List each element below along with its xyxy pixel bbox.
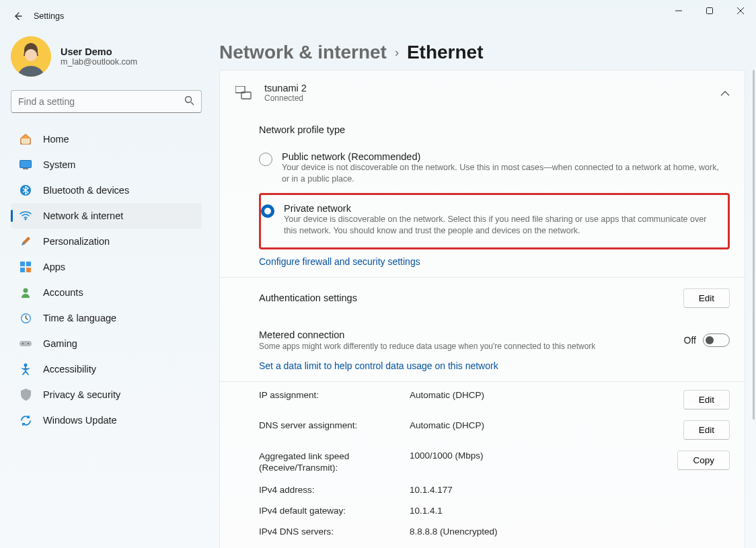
metered-toggle[interactable]: Off <box>684 334 730 347</box>
nav-accounts[interactable]: Accounts <box>11 280 202 305</box>
svg-point-18 <box>28 343 29 344</box>
search-field[interactable] <box>11 90 202 113</box>
minimize-button[interactable] <box>663 0 694 22</box>
data-limit-link[interactable]: Set a data limit to help control data us… <box>259 360 498 371</box>
svg-rect-11 <box>20 268 25 272</box>
nav-system[interactable]: System <box>11 152 202 178</box>
shield-icon <box>19 388 32 401</box>
copy-button[interactable]: Copy <box>677 451 730 470</box>
maximize-button[interactable] <box>694 0 725 22</box>
nav-accessibility[interactable]: Accessibility <box>11 356 202 382</box>
sidebar: User Demo m_lab@outlook.com Home System … <box>0 32 210 548</box>
nav-gaming[interactable]: Gaming <box>11 331 202 356</box>
breadcrumb-current: Ethernet <box>407 42 484 63</box>
nav-personalization[interactable]: Personalization <box>11 229 202 254</box>
toggle-switch[interactable] <box>703 334 730 347</box>
highlight-annotation: Private network Your device is discovera… <box>259 193 730 249</box>
nav-apps[interactable]: Apps <box>11 254 202 280</box>
svg-rect-16 <box>20 341 32 346</box>
close-button[interactable] <box>725 0 756 22</box>
nav-home[interactable]: Home <box>11 126 202 152</box>
svg-rect-5 <box>20 161 32 168</box>
brush-icon <box>19 235 32 248</box>
nav-network[interactable]: Network & internet <box>11 203 202 229</box>
network-name: tsunami 2 <box>264 83 307 93</box>
auth-edit-button[interactable]: Edit <box>683 288 730 308</box>
ipv4-address-row: IPv4 address: 10.1.4.177 <box>259 479 730 500</box>
radio-icon <box>259 153 272 166</box>
svg-point-13 <box>24 288 28 293</box>
apps-icon <box>19 260 32 274</box>
svg-rect-6 <box>23 168 28 169</box>
ipv4-dns-row: IPv4 DNS servers: 8.8.8.8 (Unencrypted) <box>259 521 730 542</box>
user-email: m_lab@outlook.com <box>61 57 137 67</box>
ip-edit-button[interactable]: Edit <box>683 390 730 409</box>
link-speed-row: Aggregated link speed (Receive/Transmit)… <box>259 445 730 479</box>
radio-public-network[interactable]: Public network (Recommended) Your device… <box>259 147 730 192</box>
wifi-icon <box>19 209 32 223</box>
auth-row: Authentication settings Edit <box>259 278 730 319</box>
window-title: Settings <box>34 11 64 21</box>
svg-rect-10 <box>26 262 31 266</box>
system-icon <box>19 158 32 171</box>
bluetooth-icon <box>19 184 32 197</box>
svg-point-19 <box>24 364 28 367</box>
scrollbar[interactable] <box>753 70 755 420</box>
svg-rect-12 <box>26 268 31 272</box>
breadcrumb-parent[interactable]: Network & internet <box>219 42 387 63</box>
person-icon <box>19 286 32 299</box>
home-icon <box>19 132 32 146</box>
user-card[interactable]: User Demo m_lab@outlook.com <box>11 36 202 77</box>
svg-point-2 <box>25 49 37 61</box>
svg-point-17 <box>22 343 24 344</box>
main-content: Network & internet › Ethernet tsunami 2 … <box>210 32 756 548</box>
nav-update[interactable]: Windows Update <box>11 407 202 433</box>
breadcrumb: Network & internet › Ethernet <box>219 42 743 63</box>
gamepad-icon <box>19 337 32 350</box>
clock-icon <box>19 311 32 325</box>
avatar <box>11 36 51 77</box>
ethernet-icon <box>235 86 252 100</box>
firewall-settings-link[interactable]: Configure firewall and security settings <box>259 256 420 267</box>
network-card: tsunami 2 Connected Network profile type… <box>219 70 745 548</box>
dns-edit-button[interactable]: Edit <box>683 420 730 440</box>
search-input[interactable] <box>18 96 184 107</box>
user-name: User Demo <box>61 46 137 57</box>
radio-private-network[interactable]: Private network Your device is discovera… <box>261 199 725 243</box>
svg-point-8 <box>25 219 27 221</box>
back-button[interactable] <box>8 7 27 26</box>
profile-section-title: Network profile type <box>259 124 730 135</box>
search-icon <box>184 95 194 108</box>
chevron-up-icon[interactable] <box>720 87 730 99</box>
nav-list: Home System Bluetooth & devices Network … <box>11 126 202 433</box>
svg-rect-9 <box>20 262 25 266</box>
svg-rect-0 <box>707 8 713 14</box>
radio-icon <box>261 204 274 218</box>
nav-time[interactable]: Time & language <box>11 305 202 331</box>
dns-assignment-row: DNS server assignment: Automatic (DHCP) … <box>259 415 730 445</box>
profile-section: Network profile type Public network (Rec… <box>220 124 745 548</box>
network-status: Connected <box>264 93 307 103</box>
metered-row: Metered connection Some apps might work … <box>259 319 730 354</box>
nav-privacy[interactable]: Privacy & security <box>11 382 202 407</box>
ip-assignment-row: IP assignment: Automatic (DHCP) Edit <box>259 385 730 415</box>
nav-bluetooth[interactable]: Bluetooth & devices <box>11 178 202 203</box>
accessibility-icon <box>19 362 32 376</box>
update-icon <box>19 414 32 427</box>
ipv4-gateway-row: IPv4 default gateway: 10.1.4.1 <box>259 500 730 521</box>
svg-point-3 <box>186 96 192 102</box>
network-header[interactable]: tsunami 2 Connected <box>220 71 745 115</box>
chevron-right-icon: › <box>395 46 399 60</box>
svg-rect-4 <box>22 139 29 144</box>
